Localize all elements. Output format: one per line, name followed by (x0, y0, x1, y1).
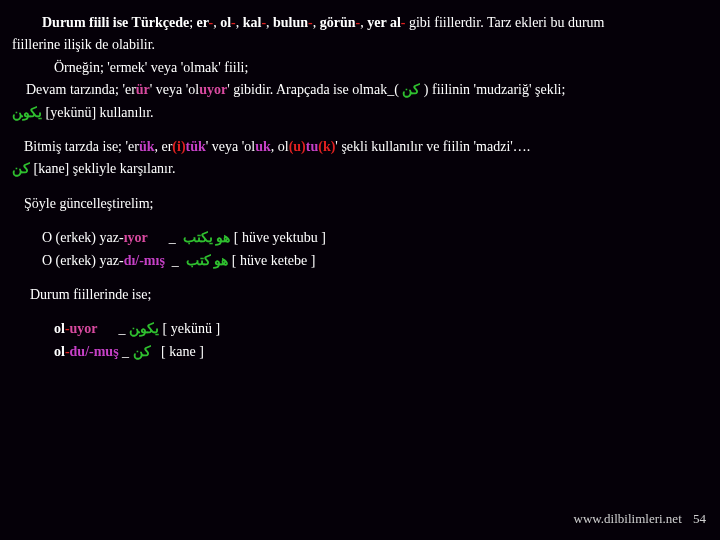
verb-kal: kal (243, 15, 262, 30)
example-3: ol-uyor _ ﻳﻜﻮﻦ [ yekünü ] (54, 318, 710, 340)
footer: www.dilbilimleri.net 54 (574, 509, 706, 530)
para-6: ﻛﻦ [kane] şekliyle karşılanır. (12, 158, 710, 180)
example-2: O (erkek) yaz-dı/-mış _ ﻫﻮ ﻛﺘﺐ [ hüve ke… (42, 250, 710, 272)
verb-bulun: bulun (273, 15, 308, 30)
verb-gorun: görün (320, 15, 356, 30)
para-5: Bitmiş tarzda ise; 'erük, er(i)tük' veya… (24, 136, 710, 158)
para-4: ﻳﻜﻮﻦ [yekünü] kullanılır. (12, 102, 710, 124)
verb-ol: ol (220, 15, 231, 30)
p1-lead: Durum fiili ise Türkçede (42, 15, 189, 30)
slide: Durum fiili ise Türkçede; er-, ol-, kal-… (0, 0, 720, 540)
para-2: Örneğin; 'ermek' veya 'olmak' fiili; (54, 57, 710, 79)
verb-er: er (197, 15, 209, 30)
arabic-huve-yektubu: ﻫﻮ ﻳﻜﺘﺐ (183, 230, 231, 245)
para-1: Durum fiili ise Türkçede; er-, ol-, kal-… (28, 12, 710, 34)
page-number: 54 (693, 511, 706, 526)
p1-tail: gibi fiillerdir. Tarz ekleri bu durum (405, 15, 604, 30)
example-4: ol-du/-muş _ ﻛﻦ [ kane ] (54, 341, 710, 363)
arabic-kn-2: ﻛﻦ (133, 344, 151, 359)
example-1: O (erkek) yaz-ıyor _ ﻫﻮ ﻳﻜﺘﺐ [ hüve yekt… (42, 227, 710, 249)
arabic-yekunu: ﻳﻜﻮﻦ (12, 105, 42, 120)
site-url: www.dilbilimleri.net (574, 511, 682, 526)
arabic-huve-ketebe: ﻫﻮ ﻛﺘﺐ (186, 253, 229, 268)
suffix-ur: ür (136, 82, 150, 97)
para-8: Durum fiillerinde ise; (30, 284, 710, 306)
suffix-uyor: uyor (199, 82, 227, 97)
para-7: Şöyle güncelleştirelim; (24, 193, 710, 215)
verb-yeral: yer al (367, 15, 401, 30)
arabic-kn: ﻛﻦ (402, 82, 420, 97)
arabic-kane: ﻛﻦ (12, 161, 30, 176)
para-3: Devam tarzında; 'erür' veya 'oluyor' gib… (26, 79, 710, 101)
arabic-yekunu-2: ﻳﻜﻮﻦ (129, 321, 159, 336)
suffix-di-mis: dı/-mış (124, 253, 165, 268)
suffix-iyor: ıyor (124, 230, 148, 245)
para-1b: fiillerine ilişik de olabilir. (12, 34, 710, 56)
